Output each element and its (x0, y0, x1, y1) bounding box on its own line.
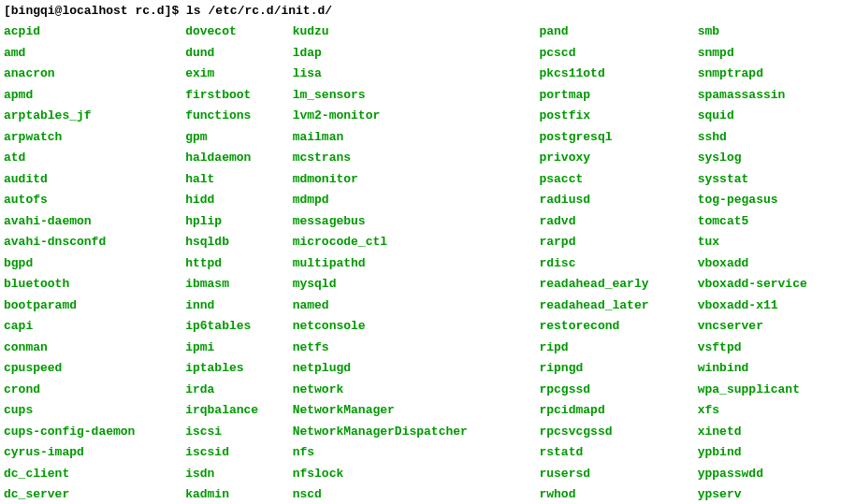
file-entry: pand (539, 22, 697, 43)
file-entry: irqbalance (185, 400, 293, 422)
file-entry: nfslock (293, 464, 540, 485)
file-entry: vboxadd (698, 253, 851, 275)
file-entry: dc_client (4, 464, 185, 485)
file-entry: yppasswdd (698, 464, 851, 485)
file-entry: haldaemon (185, 148, 293, 169)
file-entry: iptables (185, 358, 293, 380)
file-entry: firstboot (185, 85, 293, 107)
file-entry: radvd (539, 211, 697, 233)
file-entry: tomcat5 (698, 211, 851, 233)
file-entry: spamassassin (698, 85, 851, 107)
file-entry: kudzu (293, 22, 540, 43)
file-entry: irda (185, 380, 293, 401)
file-entry: rwhod (539, 484, 697, 504)
file-entry: psacct (539, 169, 697, 191)
file-entry: mcstrans (293, 148, 540, 169)
file-entry: vboxadd-x11 (698, 295, 851, 317)
file-entry: tux (698, 232, 851, 253)
file-entry: microcode_ctl (293, 232, 540, 253)
file-entry: ipmi (185, 338, 293, 359)
file-entry: apmd (4, 85, 185, 107)
file-entry: acpid (4, 22, 185, 43)
file-entry: ripd (539, 338, 697, 359)
file-entry: httpd (185, 253, 293, 275)
file-entry: rarpd (539, 232, 697, 253)
listing-column-2: dovecotdundeximfirstbootfunctionsgpmhald… (185, 22, 293, 504)
file-entry: cups-config-daemon (4, 422, 185, 443)
file-entry: mysqld (293, 274, 540, 295)
file-entry: messagebus (293, 211, 540, 233)
file-entry: pkcs11otd (539, 64, 697, 85)
file-entry: xinetd (698, 422, 851, 443)
file-entry: autofs (4, 190, 185, 211)
file-entry: bootparamd (4, 295, 185, 317)
file-entry: winbind (698, 358, 851, 380)
file-entry: innd (185, 295, 293, 317)
file-entry: readahead_early (539, 274, 697, 295)
file-entry: pcscd (539, 43, 697, 65)
file-entry: kadmin (185, 484, 293, 504)
file-entry: tog-pegasus (698, 190, 851, 211)
listing-column-1: acpidamdanacronapmdarptables_jfarpwatcha… (4, 22, 185, 504)
file-entry: snmptrapd (698, 64, 851, 85)
file-entry: netplugd (293, 358, 540, 380)
file-entry: xfs (698, 400, 851, 422)
file-entry: rpcidmapd (539, 400, 697, 422)
file-entry: sshd (698, 127, 851, 149)
file-entry: network (293, 380, 540, 401)
file-entry: bluetooth (4, 274, 185, 295)
file-entry: lvm2-monitor (293, 106, 540, 127)
file-entry: cups (4, 400, 185, 422)
file-entry: cyrus-imapd (4, 442, 185, 464)
file-entry: mdmpd (293, 190, 540, 211)
file-entry: lm_sensors (293, 85, 540, 107)
file-entry: dovecot (185, 22, 293, 43)
file-entry: vncserver (698, 316, 851, 338)
file-entry: amd (4, 43, 185, 65)
file-entry: atd (4, 148, 185, 169)
file-entry: arpwatch (4, 127, 185, 149)
file-entry: gpm (185, 127, 293, 149)
file-entry: hsqldb (185, 232, 293, 253)
file-entry: netfs (293, 338, 540, 359)
file-entry: capi (4, 316, 185, 338)
file-entry: portmap (539, 85, 697, 107)
file-entry: sysstat (698, 169, 851, 191)
file-entry: lisa (293, 64, 540, 85)
file-entry: vsftpd (698, 338, 851, 359)
file-entry: rpcsvcgssd (539, 422, 697, 443)
file-entry: rusersd (539, 464, 697, 485)
listing-column-5: smbsnmpdsnmptrapdspamassassinsquidsshdsy… (698, 22, 851, 504)
file-entry: postfix (539, 106, 697, 127)
file-entry: conman (4, 338, 185, 359)
file-entry: auditd (4, 169, 185, 191)
file-entry: isdn (185, 464, 293, 485)
directory-listing: acpidamdanacronapmdarptables_jfarpwatcha… (4, 20, 851, 504)
file-entry: rdisc (539, 253, 697, 275)
file-entry: squid (698, 106, 851, 127)
file-entry: hplip (185, 211, 293, 233)
file-entry: functions (185, 106, 293, 127)
file-entry: iscsi (185, 422, 293, 443)
file-entry: rstatd (539, 442, 697, 464)
file-entry: ypserv (698, 484, 851, 504)
file-entry: hidd (185, 190, 293, 211)
file-entry: nscd (293, 484, 540, 504)
file-entry: privoxy (539, 148, 697, 169)
file-entry: multipathd (293, 253, 540, 275)
file-entry: readahead_later (539, 295, 697, 317)
file-entry: ypbind (698, 442, 851, 464)
file-entry: named (293, 295, 540, 317)
file-entry: vboxadd-service (698, 274, 851, 295)
file-entry: iscsid (185, 442, 293, 464)
file-entry: ip6tables (185, 316, 293, 338)
file-entry: mailman (293, 127, 540, 149)
file-entry: ldap (293, 43, 540, 65)
file-entry: dc_server (4, 484, 185, 504)
file-entry: smb (698, 22, 851, 43)
file-entry: ripngd (539, 358, 697, 380)
file-entry: NetworkManager (293, 400, 540, 422)
file-entry: arptables_jf (4, 106, 185, 127)
file-entry: avahi-daemon (4, 211, 185, 233)
file-entry: anacron (4, 64, 185, 85)
